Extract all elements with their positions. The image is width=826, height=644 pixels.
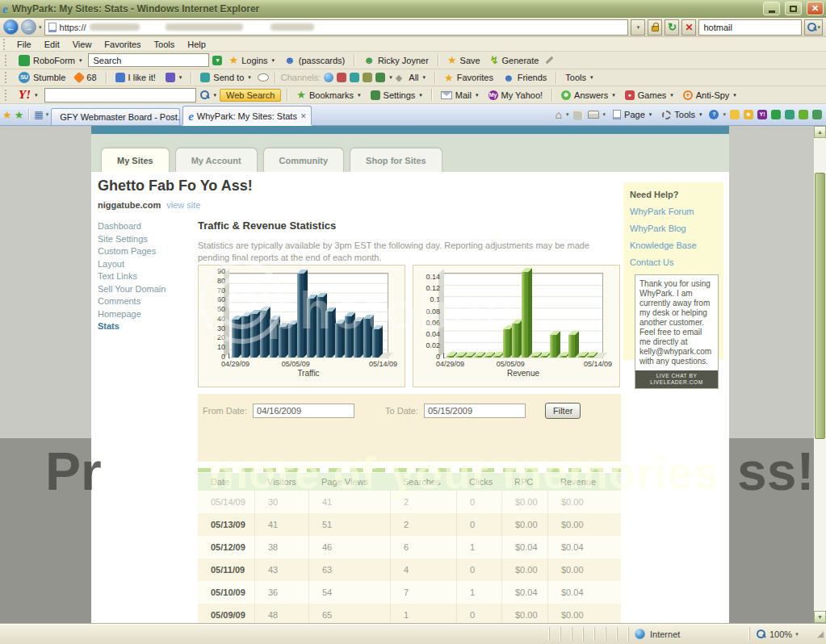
- toolbar-grip[interactable]: [5, 72, 9, 83]
- search-go-button[interactable]: ▾: [804, 19, 823, 36]
- rss-icon[interactable]: [573, 110, 584, 120]
- to-date-input[interactable]: [424, 404, 526, 418]
- people-green-icon[interactable]: [785, 110, 795, 119]
- tab-list-dropdown[interactable]: ▾: [46, 111, 49, 118]
- comment-bubble-icon[interactable]: [258, 73, 269, 82]
- mail-button[interactable]: Mail▾: [438, 90, 482, 101]
- stumble-button[interactable]: SUStumble: [15, 71, 69, 84]
- restore-button[interactable]: [785, 2, 802, 15]
- scrollbar-thumb[interactable]: [815, 173, 825, 439]
- channel-photos-icon[interactable]: [350, 73, 359, 82]
- sidebar-item-text-links[interactable]: Text Links: [98, 270, 166, 283]
- save-button[interactable]: ★Save: [444, 54, 484, 66]
- page-menu-button[interactable]: Page▾: [610, 109, 655, 120]
- identity-button[interactable]: ☻Ricky Joyner: [360, 54, 432, 66]
- search-options-icon[interactable]: ▾: [817, 24, 820, 31]
- browser-tab-whypark-my-sites-sta[interactable]: eWhyPark: My Sites: Stats✕: [182, 106, 312, 125]
- zoom-control[interactable]: 100% ▾ ◢: [749, 627, 824, 641]
- tools-menu-button[interactable]: Tools▾: [659, 109, 705, 120]
- yahoo-search-dropdown[interactable]: ▾: [214, 92, 217, 98]
- stumble-flower-icon[interactable]: [799, 110, 808, 119]
- scroll-up-button[interactable]: ▲: [814, 126, 826, 138]
- browser-tab-gfy-webmaster-board-[interactable]: GFY Webmaster Board - Post...: [51, 108, 180, 125]
- send-to-button[interactable]: Send to▾: [197, 72, 254, 83]
- history-dropdown-icon[interactable]: ▾: [39, 24, 42, 31]
- settings-button[interactable]: Settings▾: [367, 90, 426, 101]
- menu-view[interactable]: View: [66, 38, 99, 51]
- from-date-input[interactable]: [253, 404, 354, 418]
- like-button[interactable]: I like it!: [112, 72, 159, 83]
- games-button[interactable]: ●Games▾: [622, 90, 677, 101]
- refresh-button[interactable]: ↻: [665, 19, 679, 36]
- close-tab-icon[interactable]: ✕: [300, 112, 307, 120]
- misc-green-icon[interactable]: [812, 110, 822, 119]
- sidebar-item-dashboard[interactable]: Dashboard: [98, 220, 166, 233]
- karma-button[interactable]: 68: [72, 72, 99, 83]
- diamond-icon[interactable]: ◆: [396, 73, 402, 83]
- toolbar-grip[interactable]: [5, 90, 9, 101]
- roboform-menu-button[interactable]: RoboForm▾: [15, 54, 85, 67]
- menu-tools[interactable]: Tools: [148, 38, 182, 51]
- live-chat-badge[interactable]: LIVE CHAT BY LIVELEADER.COM: [635, 370, 718, 388]
- generate-button[interactable]: ↯Generate: [487, 55, 543, 66]
- dislike-button[interactable]: ▾: [162, 72, 186, 83]
- toolbar-grip[interactable]: [5, 55, 9, 66]
- su-tools-button[interactable]: Tools▾: [562, 72, 596, 83]
- vertical-scrollbar[interactable]: ▲ ▼: [814, 126, 826, 623]
- answers-button[interactable]: ✱Answers▾: [558, 90, 618, 101]
- print-dropdown[interactable]: ▾: [603, 111, 606, 118]
- close-button[interactable]: ✕: [807, 2, 824, 15]
- minimize-button[interactable]: [763, 2, 780, 15]
- channel-web-icon[interactable]: [324, 73, 333, 82]
- web-search-button[interactable]: Web Search: [220, 89, 281, 102]
- address-input[interactable]: https://: [44, 19, 629, 36]
- back-button[interactable]: ←: [3, 19, 19, 35]
- my-yahoo-button[interactable]: MyMy Yahoo!: [485, 90, 547, 101]
- yahoo-search-input[interactable]: [44, 88, 196, 102]
- stop-button[interactable]: ✕: [681, 19, 696, 36]
- roboform-green-icon[interactable]: [771, 110, 781, 119]
- channel-music-icon[interactable]: [375, 73, 385, 82]
- channel-people-icon[interactable]: [337, 73, 346, 82]
- yahoo-search-icon[interactable]: [199, 90, 210, 100]
- forward-button[interactable]: →: [21, 19, 36, 35]
- site-tab-community[interactable]: Community: [263, 148, 345, 172]
- toolbar-grip[interactable]: [3, 39, 7, 50]
- home-dropdown[interactable]: ▾: [566, 111, 569, 118]
- site-tab-my-account[interactable]: My Account: [175, 148, 258, 172]
- all-button[interactable]: All▾: [405, 72, 429, 83]
- help-link-contact-us[interactable]: Contact Us: [630, 257, 717, 267]
- menu-help[interactable]: Help: [181, 38, 212, 51]
- starburst-icon[interactable]: ★: [744, 110, 753, 119]
- view-site-link[interactable]: view site: [166, 200, 200, 210]
- anti-spy-button[interactable]: +Anti-Spy▾: [680, 90, 740, 101]
- favorites-center-icon[interactable]: ★: [2, 110, 12, 120]
- zoom-dropdown-icon[interactable]: ▾: [795, 631, 799, 638]
- bookmarks-button[interactable]: ★Bookmarks▾: [293, 89, 363, 101]
- help-dropdown[interactable]: ▾: [723, 111, 726, 118]
- help-link-whypark-blog[interactable]: WhyPark Blog: [630, 224, 717, 233]
- sidebar-item-layout[interactable]: Layout: [98, 258, 166, 271]
- channels-dropdown-icon[interactable]: ▾: [389, 74, 392, 81]
- sidebar-item-comments[interactable]: Comments: [98, 295, 166, 308]
- yahoo-menu-button[interactable]: Y!▾: [15, 87, 41, 102]
- add-favorite-icon[interactable]: ★: [15, 110, 24, 120]
- friends-button[interactable]: ☻Friends: [500, 72, 550, 84]
- edit-icon[interactable]: [546, 56, 554, 65]
- help-link-whypark-forum[interactable]: WhyPark Forum: [630, 207, 717, 216]
- passcards-button[interactable]: ☻(passcards): [281, 54, 348, 66]
- quick-tabs-icon[interactable]: ▦: [34, 110, 43, 119]
- channel-video-icon[interactable]: [363, 73, 372, 82]
- sidebar-item-custom-pages[interactable]: Custom Pages: [98, 245, 166, 258]
- menu-file[interactable]: File: [10, 38, 38, 51]
- roboform-search-input[interactable]: Search: [88, 53, 209, 67]
- address-dropdown-button[interactable]: ▾: [631, 19, 645, 36]
- sidebar-item-homepage[interactable]: Homepage: [98, 308, 166, 321]
- roboform-card-icon[interactable]: [730, 110, 740, 119]
- favorites-button[interactable]: ★Favorites: [441, 72, 497, 84]
- help-icon[interactable]: ?: [709, 110, 719, 119]
- filter-button[interactable]: Filter: [545, 403, 581, 419]
- resize-grip[interactable]: ◢: [817, 629, 824, 638]
- site-tab-shop-for-sites[interactable]: Shop for Sites: [350, 148, 442, 172]
- roboform-search-dropdown[interactable]: ▾: [212, 56, 222, 65]
